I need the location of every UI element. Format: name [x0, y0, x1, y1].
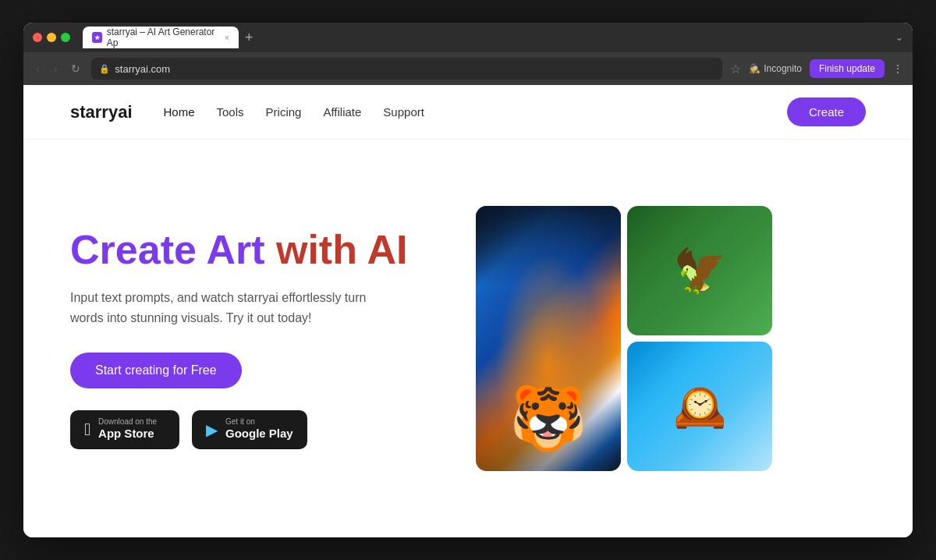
app-store-text: Download on the App Store: [98, 418, 157, 441]
google-play-text: Get it on Google Play: [225, 418, 293, 441]
google-play-btn[interactable]: ▶ Get it on Google Play: [192, 410, 307, 449]
tab-close-btn[interactable]: ×: [225, 33, 229, 42]
title-bar: ★ starryai – AI Art Generator Ap × + ⌄: [23, 23, 913, 52]
start-creating-btn[interactable]: Start creating for Free: [70, 353, 242, 388]
refresh-btn[interactable]: ↻: [68, 59, 83, 78]
google-play-icon: ▶: [206, 422, 218, 438]
traffic-lights: [33, 33, 70, 42]
bird-image: [627, 206, 772, 335]
chevron-down-icon: ⌄: [895, 32, 903, 43]
browser-window: ★ starryai – AI Art Generator Ap × + ⌄ ‹…: [23, 23, 913, 537]
nav-link-home[interactable]: Home: [164, 105, 195, 119]
forward-btn[interactable]: ›: [51, 59, 61, 78]
hero-subtitle: Input text prompts, and watch starryai e…: [70, 288, 367, 328]
fullscreen-window-btn[interactable]: [61, 33, 70, 42]
hero-section: Create Art with AI Input text prompts, a…: [23, 140, 913, 537]
clock-image: [627, 342, 772, 471]
page-content: starryai Home Tools Pricing Affiliate Su…: [23, 85, 913, 537]
close-window-btn[interactable]: [33, 33, 42, 42]
incognito-icon: 🕵: [749, 63, 760, 74]
hero-title-red: with AI: [276, 227, 408, 272]
apple-icon: : [84, 421, 90, 438]
tab-bar: ★ starryai – AI Art Generator Ap × +: [83, 27, 889, 48]
site-logo[interactable]: starryai: [70, 102, 133, 122]
tab-title: starryai – AI Art Generator Ap: [107, 27, 217, 48]
lock-icon: 🔒: [99, 64, 110, 74]
nav-link-tools[interactable]: Tools: [217, 105, 244, 119]
nav-link-pricing[interactable]: Pricing: [266, 105, 302, 119]
more-options-icon[interactable]: ⋮: [892, 62, 903, 75]
incognito-label: Incognito: [764, 63, 802, 74]
hero-title-purple: Create Art: [70, 227, 276, 272]
tiger-image: [476, 206, 621, 471]
address-bar-right: ☆ 🕵 Incognito Finish update ⋮: [730, 59, 903, 78]
url-bar[interactable]: 🔒 starryai.com: [91, 58, 722, 80]
incognito-badge: 🕵 Incognito: [749, 63, 802, 74]
create-btn[interactable]: Create: [787, 97, 866, 126]
title-bar-right: ⌄: [895, 32, 903, 43]
store-buttons:  Download on the App Store ▶ Get it on …: [70, 410, 445, 449]
url-text: starryai.com: [115, 63, 170, 75]
site-nav: starryai Home Tools Pricing Affiliate Su…: [23, 85, 913, 140]
nav-link-affiliate[interactable]: Affiliate: [323, 105, 361, 119]
tab-favicon: ★: [92, 32, 102, 43]
google-play-big-label: Google Play: [225, 426, 293, 441]
app-store-btn[interactable]:  Download on the App Store: [70, 410, 179, 449]
finish-update-label: Finish update: [819, 63, 875, 74]
bookmark-icon[interactable]: ☆: [730, 62, 741, 76]
google-play-small-label: Get it on: [225, 418, 255, 426]
hero-images: [476, 206, 772, 471]
hero-left: Create Art with AI Input text prompts, a…: [70, 228, 445, 449]
nav-links: Home Tools Pricing Affiliate Support: [164, 105, 787, 119]
nav-link-support[interactable]: Support: [383, 105, 424, 119]
hero-title: Create Art with AI: [70, 228, 445, 272]
active-tab[interactable]: ★ starryai – AI Art Generator Ap ×: [83, 27, 239, 48]
app-store-small-label: Download on the: [98, 418, 157, 426]
back-btn[interactable]: ‹: [33, 59, 43, 78]
address-bar: ‹ › ↻ 🔒 starryai.com ☆ 🕵 Incognito Finis…: [23, 52, 913, 85]
new-tab-btn[interactable]: +: [242, 30, 257, 44]
finish-update-btn[interactable]: Finish update: [810, 59, 885, 78]
minimize-window-btn[interactable]: [47, 33, 56, 42]
app-store-big-label: App Store: [98, 426, 154, 441]
